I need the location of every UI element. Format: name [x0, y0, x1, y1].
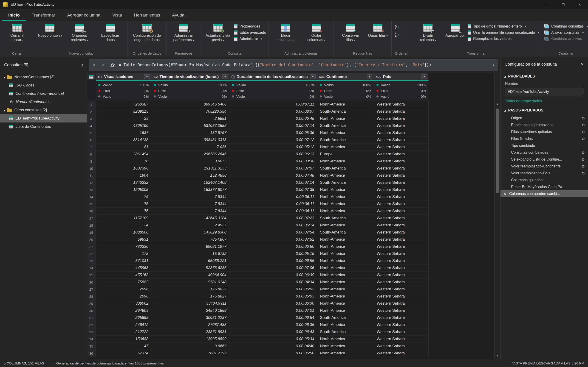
- table-cell[interactable]: 0.00:05:16: [229, 250, 317, 257]
- applied-step[interactable]: Encabezados promovidos⚙: [501, 122, 588, 128]
- tab-ayuda[interactable]: Ayuda: [166, 9, 190, 21]
- table-cell[interactable]: 705220.354: [151, 108, 229, 115]
- table-cell[interactable]: 246412: [96, 321, 151, 328]
- table-cell[interactable]: Western Sahara: [374, 136, 429, 144]
- table-cell[interactable]: North-America: [317, 279, 374, 286]
- tab-transformar[interactable]: Transformar: [26, 9, 61, 21]
- table-cell[interactable]: 0.00:07:14: [229, 179, 317, 186]
- table-cell[interactable]: Western Sahara: [374, 336, 429, 343]
- status-profiling[interactable]: Generación de perfiles de columnas basad…: [56, 361, 164, 365]
- table-cell[interactable]: South-America: [317, 314, 374, 321]
- table-cell[interactable]: South-America: [317, 229, 374, 236]
- tab-herramientas[interactable]: Herramientas: [128, 9, 166, 21]
- table-cell[interactable]: 0.00:05:03: [229, 293, 317, 300]
- table-cell[interactable]: 0.00:07:06: [229, 265, 317, 272]
- table-cell[interactable]: North-America: [317, 158, 374, 165]
- table-cell[interactable]: North-America: [317, 350, 374, 357]
- table-cell[interactable]: 152.4858: [151, 172, 229, 179]
- table-cell[interactable]: 294803: [96, 307, 151, 314]
- row-number[interactable]: 20: [87, 236, 96, 243]
- table-cell[interactable]: 76: [96, 193, 151, 200]
- scrollbar-track[interactable]: [494, 107, 500, 352]
- table-cell[interactable]: North-America: [317, 272, 374, 279]
- row-number[interactable]: 27: [87, 286, 96, 293]
- table-cell[interactable]: North-America: [317, 222, 374, 229]
- filter-icon[interactable]: ▾: [144, 74, 150, 79]
- minimize-button[interactable]: –: [538, 0, 555, 9]
- table-cell[interactable]: 0.00:08:07: [229, 108, 317, 115]
- table-cell[interactable]: 445963: [96, 265, 151, 272]
- table-cell[interactable]: 0.00:07:38: [229, 186, 317, 193]
- table-cell[interactable]: 0.00:06:43: [229, 328, 317, 336]
- delete-step-icon[interactable]: ×: [504, 192, 509, 196]
- table-cell[interactable]: Western Sahara: [374, 328, 429, 336]
- table-cell[interactable]: North-America: [317, 293, 374, 300]
- table-cell[interactable]: 34540.1858: [151, 307, 229, 314]
- table-cell[interactable]: Western Sahara: [374, 272, 429, 279]
- table-cell[interactable]: 1157109: [96, 215, 151, 222]
- table-cell[interactable]: 0.00:07:11: [229, 101, 317, 108]
- table-cell[interactable]: Western Sahara: [374, 307, 429, 314]
- row-number[interactable]: 8: [87, 151, 96, 158]
- query-item[interactable]: Continentes (north-america): [0, 90, 86, 98]
- table-cell[interactable]: North-America: [317, 129, 374, 136]
- table-cell[interactable]: 76: [96, 200, 151, 208]
- table-cell[interactable]: Western Sahara: [374, 215, 429, 222]
- formula-expand-icon[interactable]: ▾: [489, 63, 498, 67]
- table-cell[interactable]: Western Sahara: [374, 293, 429, 300]
- table-cell[interactable]: Western Sahara: [374, 144, 429, 151]
- maximize-button[interactable]: □: [555, 0, 571, 9]
- table-cell[interactable]: North-America: [317, 186, 374, 193]
- applied-steps-section-header[interactable]: ◢ PASOS APLICADOS: [501, 106, 588, 115]
- table-cell[interactable]: 0.00:07:14: [229, 122, 317, 129]
- table-cell[interactable]: North-America: [317, 300, 374, 307]
- table-cell[interactable]: Western Sahara: [374, 151, 429, 158]
- table-cell[interactable]: 178: [96, 250, 151, 257]
- table-cell[interactable]: 0.00:06:35: [229, 321, 317, 328]
- filter-icon[interactable]: ▾: [310, 74, 316, 79]
- table-cell[interactable]: 0.00:05:03: [229, 286, 317, 293]
- row-number[interactable]: 16: [87, 208, 96, 215]
- table-cell[interactable]: North-America: [317, 243, 374, 250]
- table-cell[interactable]: 7681.7192: [151, 350, 229, 357]
- table-cell[interactable]: North-America: [317, 257, 374, 265]
- table-cell[interactable]: 0.00:07:07: [229, 165, 317, 172]
- replace-values-button[interactable]: Reemplazar los valores: [468, 37, 539, 41]
- table-cell[interactable]: 0.00:06:50: [229, 243, 317, 250]
- table-cell[interactable]: 3314138: [96, 136, 151, 144]
- table-cell[interactable]: 7250387: [96, 101, 151, 108]
- table-cell[interactable]: 52873.6236: [151, 265, 229, 272]
- choose-columns-button[interactable]: Elegir columnas▾: [271, 23, 300, 43]
- tab-vista[interactable]: Vista: [106, 9, 128, 21]
- table-cell[interactable]: 2096: [96, 286, 151, 293]
- table-cell[interactable]: 212722: [96, 328, 151, 336]
- scroll-down-icon[interactable]: ▼: [494, 352, 500, 359]
- row-number[interactable]: 13: [87, 186, 96, 193]
- table-cell[interactable]: North-America: [317, 172, 374, 179]
- table-cell[interactable]: 67374: [96, 350, 151, 357]
- table-cell[interactable]: 0.00:04:40: [229, 343, 317, 350]
- tab-agregar-columna[interactable]: Agregar columna: [61, 9, 106, 21]
- sort-ascending-button[interactable]: AZ↓: [394, 24, 400, 30]
- table-cell[interactable]: 191011.3233: [151, 165, 229, 172]
- table-cell[interactable]: Western Sahara: [374, 165, 429, 172]
- query-item[interactable]: ISO Codes: [0, 81, 86, 90]
- table-cell[interactable]: 0.00:06:54: [229, 314, 317, 321]
- table-cell[interactable]: Western Sahara: [374, 101, 429, 108]
- applied-step[interactable]: Valor reemplazado-País⚙: [501, 170, 588, 177]
- applied-step[interactable]: ×Columnas con nombre cambi...: [501, 190, 588, 197]
- table-cell[interactable]: Western Sahara: [374, 208, 429, 215]
- group-by-button[interactable]: Σ Agrupar por: [444, 23, 466, 39]
- table-cell[interactable]: 0.00:04:34: [229, 279, 317, 286]
- applied-step[interactable]: Poner En Mayúsculas Cada Pa...: [501, 184, 588, 190]
- close-pane-icon[interactable]: ×: [581, 61, 584, 67]
- row-number[interactable]: 33: [87, 328, 96, 336]
- table-cell[interactable]: Western Sahara: [374, 115, 429, 122]
- table-cell[interactable]: 27087.488: [151, 321, 229, 328]
- row-number[interactable]: 22: [87, 250, 96, 257]
- table-cell[interactable]: 176.8827: [151, 293, 229, 300]
- column-header[interactable]: ◷Duración media de las visualizaciones▾: [229, 73, 317, 80]
- table-cell[interactable]: 308062: [96, 300, 151, 307]
- table-cell[interactable]: Western Sahara: [374, 186, 429, 193]
- refresh-preview-button[interactable]: ↻ Actualizar vista previa▾: [203, 23, 233, 43]
